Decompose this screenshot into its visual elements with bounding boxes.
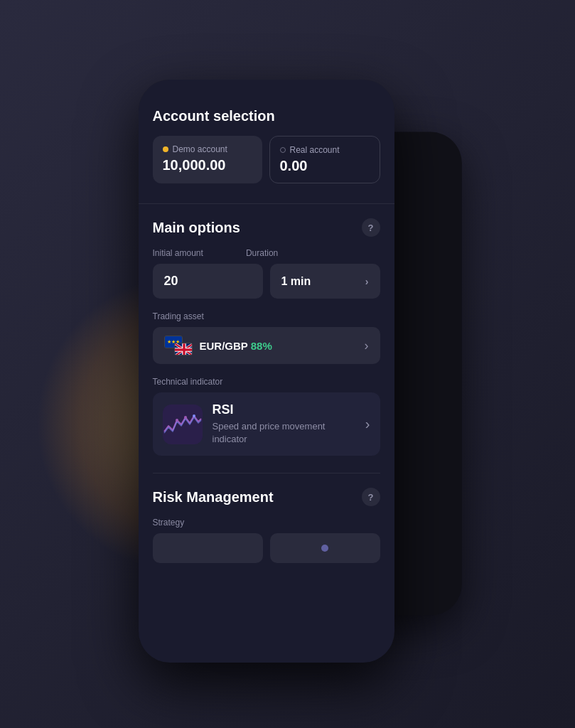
account-row: Demo account 10,000.00 Real account 0.00 [153,136,380,183]
demo-account-amount: 10,000.00 [163,157,252,173]
indicator-info: RSI Speed and price movement indicator [213,402,355,446]
strategy-dot [321,545,328,552]
initial-amount-field[interactable]: 20 [153,264,263,299]
risk-management-header: Risk Management ? [153,488,380,506]
strategy-option-2[interactable] [270,533,380,563]
demo-account-label: Demo account [163,144,252,154]
amount-duration-labels: Initial amount Duration [153,248,380,258]
duration-field[interactable]: 1 min › [270,264,380,299]
indicator-description: Speed and price movement indicator [213,420,355,446]
amount-duration-row: 20 1 min › [153,264,380,299]
screen-content: Account selection Demo account 10,000.00… [139,80,394,663]
real-inactive-dot [280,147,286,153]
asset-flag-combo: ★★★ [164,336,193,355]
phone-screen: Account selection Demo account 10,000.00… [139,80,394,663]
asset-name-text: EUR/GBP 88% [200,340,358,352]
strategy-label: Strategy [153,518,380,528]
technical-indicator-label: Technical indicator [153,377,380,387]
demo-account-card[interactable]: Demo account 10,000.00 [153,136,262,183]
main-options-help-button[interactable]: ? [362,218,380,237]
phone-frame: Account selection Demo account 10,000.00… [139,80,394,663]
trading-asset-field[interactable]: ★★★ EUR/GBP [153,327,380,364]
risk-management-section: Risk Management ? Strategy [153,473,380,563]
account-selection-title: Account selection [153,108,380,124]
section-divider [139,203,394,204]
rsi-icon-container [163,405,203,444]
svg-point-2 [176,419,178,422]
asset-percent-text: 88% [251,340,272,352]
real-account-amount: 0.00 [280,158,370,174]
trading-asset-label: Trading asset [153,311,380,321]
strategy-option-1[interactable] [153,533,263,563]
indicator-card[interactable]: RSI Speed and price movement indicator › [153,392,380,456]
strategy-row [153,533,380,563]
gb-flag-icon [174,343,193,355]
indicator-chevron-icon: › [365,416,370,432]
risk-management-help-button[interactable]: ? [362,488,380,506]
real-account-card[interactable]: Real account 0.00 [269,136,380,183]
risk-management-title: Risk Management [153,489,274,505]
svg-point-4 [193,414,195,417]
duration-chevron-icon: › [365,276,369,287]
rsi-chart-icon [163,410,203,439]
main-options-title: Main options [153,220,240,236]
asset-chevron-icon: › [365,338,369,353]
demo-active-dot [163,146,168,152]
svg-point-3 [184,416,187,419]
main-options-header: Main options ? [153,218,380,237]
real-account-label: Real account [280,145,370,155]
indicator-name: RSI [213,402,355,417]
